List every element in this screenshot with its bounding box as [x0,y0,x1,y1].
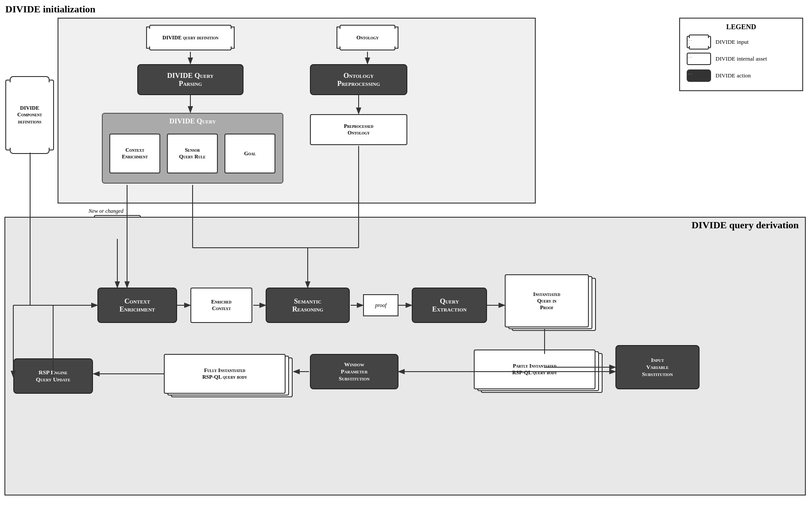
divide-query-box: DIVIDE Query ContextEnrichment SensorQue… [102,113,283,184]
ontology-preprocessing-node: OntologyPreprocessing [310,64,407,95]
legend-item-input: ··· DIVIDE input [687,35,796,49]
partly-stack-front: Partly InstantiatedRSP-QL query body [474,350,595,389]
query-extraction-label: QueryExtraction [432,297,467,313]
divide-query-def-label: DIVIDE query definition [162,35,218,41]
legend-title: LEGEND [687,23,796,31]
preprocessed-ontology-label: PreprocessedOntology [344,123,373,136]
sensor-query-rule-label: SensorQuery Rule [179,147,206,160]
semantic-reasoning-label: SemanticReasoning [292,297,323,313]
legend-item-internal: ··· DIVIDE internal asset [687,52,796,65]
context-enrichment-sub-node: ContextEnrichment [109,134,160,173]
new-changed-label: New or changed [89,208,124,215]
query-extraction-node: QueryExtraction [412,288,487,323]
legend-item-action: ··· DIVIDE action [687,69,796,82]
main-container: DIVIDE initialization LEGEND ··· DIVIDE … [0,0,812,507]
instantiated-query-label: InstantiatedQuery inProof [533,291,560,311]
legend-shape-input: ··· [687,35,711,49]
fully-instantiated-stack: Fully InstantiatedRSP-QL query body [164,354,292,403]
divide-query-def-node: DIVIDE query definition [146,27,235,49]
component-definitions-label: DIVIDEComponentdefinitions [17,105,42,126]
action-shape-icon: ··· [687,69,711,82]
legend-label-action: DIVIDE action [715,72,751,79]
window-param-sub-label: WindowParameterSubstitution [339,361,370,382]
ontology-label: Ontology [356,35,379,41]
sensor-query-rule-node: SensorQuery Rule [167,134,218,173]
ontology-preprocessing-label: OntologyPreprocessing [337,72,380,88]
legend-box: LEGEND ··· DIVIDE input ··· DIVIDE inter… [679,18,803,91]
goal-node: Goal [224,134,275,173]
input-variable-sub-node: InputVariableSubstitution [615,345,700,389]
divide-query-label: DIVIDE Query [169,117,216,125]
context-enrichment-bottom-label: ContextEnrichment [120,297,155,313]
fully-stack-front: Fully InstantiatedRSP-QL query body [164,354,286,394]
legend-label-internal: DIVIDE internal asset [715,55,767,62]
partly-instantiated-stack: Partly InstantiatedRSP-QL query body [474,350,602,398]
divide-query-parsing-label: DIVIDE QueryParsing [167,72,213,88]
context-enrichment-bottom-node: ContextEnrichment [97,288,177,323]
title-derivation: DIVIDE query derivation [692,219,799,231]
input-variable-sub-label: InputVariableSubstitution [642,357,673,378]
goal-label: Goal [244,150,256,157]
instantiated-query-stack: InstantiatedQuery inProof [505,274,593,336]
enriched-context-node: EnrichedContext [190,288,252,323]
window-param-sub-node: WindowParameterSubstitution [310,354,398,389]
legend-label-input: DIVIDE input [715,38,749,46]
rsp-engine-label: RSP EngineQuery Update [36,369,70,383]
ontology-node: Ontology [336,27,398,49]
title-init: DIVIDE initialization [5,4,96,15]
divide-query-parsing-node: DIVIDE QueryParsing [137,64,244,95]
partly-instantiated-label: Partly InstantiatedRSP-QL query body [512,363,557,376]
internal-shape-icon: ··· [687,53,711,65]
component-definitions-node: DIVIDEComponentdefinitions [5,80,54,150]
enriched-context-label: EnrichedContext [211,299,232,312]
fully-instantiated-label: Fully InstantiatedRSP-QL query body [202,367,247,380]
legend-shape-action: ··· [687,69,711,82]
stack-front-instantiated: InstantiatedQuery inProof [505,274,589,327]
preprocessed-ontology-node: PreprocessedOntology [310,114,407,145]
proof-label: proof [375,302,387,309]
semantic-reasoning-node: SemanticReasoning [266,288,350,323]
legend-shape-internal: ··· [687,52,711,65]
rsp-engine-node: RSP EngineQuery Update [13,358,93,394]
input-shape-icon: ··· [687,36,711,48]
proof-node: proof [363,294,398,316]
context-enrichment-sub-label: ContextEnrichment [122,147,148,160]
